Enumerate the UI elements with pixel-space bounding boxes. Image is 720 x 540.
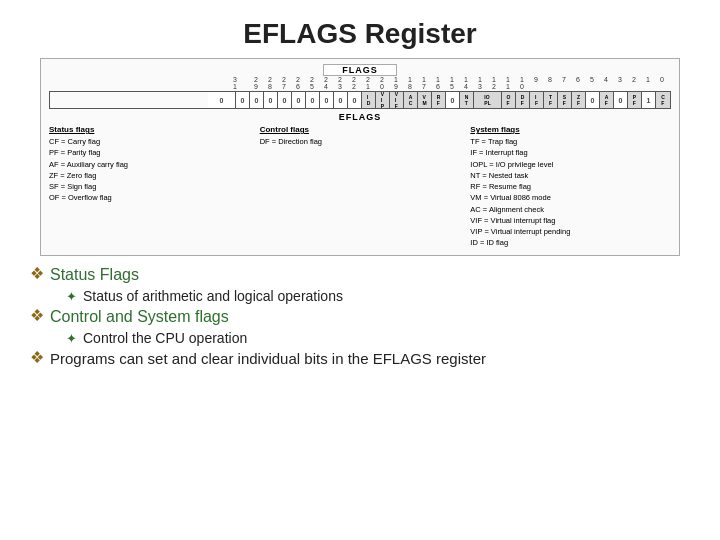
- control-flags-title: Control flags: [260, 125, 461, 134]
- diagram-area: FLAGS 31 29 28 27 26 25 24 23 22 21 20 1…: [20, 58, 700, 256]
- register-row: 0 0 0 0 0 0 0 0 0 0 ID VIP VIF AC VM RF …: [49, 91, 671, 109]
- bullet-status-flags: ❖ Status Flags: [30, 266, 690, 284]
- diamond-icon-1: ❖: [30, 264, 44, 283]
- bullet-control-flags: ❖ Control and System flags: [30, 308, 690, 326]
- sub-text-2: Control the CPU operation: [83, 330, 247, 346]
- sub-diamond-icon-2: ✦: [66, 331, 77, 346]
- sub-bullet-status: ✦ Status of arithmetic and logical opera…: [66, 288, 690, 304]
- flags-label: FLAGS: [49, 65, 671, 75]
- control-flags-col: Control flags DF = Direction flag: [260, 125, 461, 249]
- bullet-label-3: Programs can set and clear individual bi…: [50, 350, 486, 367]
- diamond-icon-3: ❖: [30, 348, 44, 367]
- bit-numbers-top: 31 29 28 27 26 25 24 23 22 21 20 19 18 1…: [49, 76, 671, 90]
- diamond-icon-2: ❖: [30, 306, 44, 325]
- page-title: EFLAGS Register: [0, 0, 720, 58]
- status-flags-col: Status flags CF = Carry flag PF = Parity…: [49, 125, 250, 249]
- system-flags-col: System flags TF = Trap flag IF = Interru…: [470, 125, 671, 249]
- flags-section: Status flags CF = Carry flag PF = Parity…: [49, 125, 671, 249]
- sub-text-1: Status of arithmetic and logical operati…: [83, 288, 343, 304]
- bullet-label-2: Control and System flags: [50, 308, 229, 326]
- status-flags-title: Status flags: [49, 125, 250, 134]
- bullet-label-1: Status Flags: [50, 266, 139, 284]
- eflags-label: EFLAGS: [49, 112, 671, 122]
- bullets-section: ❖ Status Flags ✦ Status of arithmetic an…: [30, 266, 690, 367]
- bullet-programs: ❖ Programs can set and clear individual …: [30, 350, 690, 367]
- sub-bullet-control: ✦ Control the CPU operation: [66, 330, 690, 346]
- flags-diagram: FLAGS 31 29 28 27 26 25 24 23 22 21 20 1…: [40, 58, 680, 256]
- sub-diamond-icon-1: ✦: [66, 289, 77, 304]
- system-flags-title: System flags: [470, 125, 671, 134]
